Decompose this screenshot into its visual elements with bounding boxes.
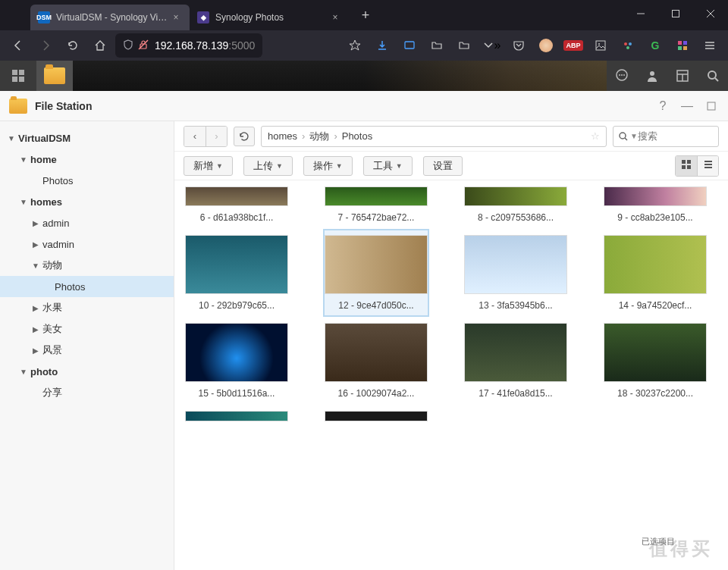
file-grid: 6 - d61a938bc1f...7 - 765472bae72...8 - … (174, 180, 728, 570)
overflow-icon[interactable]: » (481, 35, 502, 56)
list-view-button[interactable] (697, 156, 718, 176)
tree-toggle-icon[interactable]: ▶ (30, 346, 41, 355)
tree-toggle-icon[interactable]: ▶ (30, 219, 41, 227)
grid-view-button[interactable] (676, 156, 697, 176)
maximize-window-button[interactable] (704, 99, 719, 114)
tree-node[interactable]: 分享 (0, 382, 174, 403)
tree-toggle-icon[interactable]: ▶ (30, 240, 41, 249)
home-button[interactable] (88, 33, 112, 58)
main-menu-button[interactable] (0, 61, 36, 91)
file-station-taskbar-button[interactable] (36, 61, 73, 91)
forward-button[interactable] (33, 33, 58, 58)
breadcrumb-part[interactable]: 动物 (309, 130, 329, 143)
tree-root[interactable]: ▼VirtualDSM (0, 127, 174, 149)
browser-tab[interactable]: ◆Synology Photos× (190, 5, 349, 30)
search-box[interactable]: ▼ (613, 126, 719, 147)
breadcrumb[interactable]: homes › 动物 › Photos ☆ (261, 126, 607, 147)
tree-node[interactable]: ▶水果 (0, 297, 174, 318)
file-item[interactable] (323, 405, 429, 434)
menu-icon[interactable] (699, 35, 720, 56)
ext-grid-icon[interactable] (672, 35, 693, 56)
widgets-icon[interactable] (667, 61, 698, 91)
tree-toggle-icon[interactable]: ▶ (30, 325, 41, 334)
breadcrumb-part[interactable]: Photos (342, 130, 372, 142)
file-name: 9 - cc8ab23e105... (604, 212, 707, 223)
ext-avatar-icon[interactable] (535, 35, 557, 56)
user-icon[interactable] (637, 61, 667, 91)
ext-g-icon[interactable]: G (645, 35, 666, 56)
folder2-icon[interactable] (453, 35, 475, 56)
file-item[interactable]: 17 - 41fe0a8d15... (463, 317, 569, 405)
maximize-button[interactable] (658, 0, 693, 27)
tree-toggle-icon[interactable]: ▼ (18, 155, 29, 164)
tree-toggle-icon[interactable]: ▼ (30, 262, 41, 270)
new-button[interactable]: 新增▼ (184, 156, 233, 176)
url-field[interactable]: 192.168.78.139:5000 (115, 33, 262, 58)
search-icon[interactable] (698, 61, 728, 91)
breadcrumb-part[interactable]: homes (268, 130, 297, 142)
tree-node[interactable]: Photos (0, 170, 174, 191)
settings-button[interactable]: 设置 (423, 156, 463, 176)
file-item[interactable]: 14 - 9a74520ecf... (602, 229, 708, 317)
tree-label: homes (30, 196, 62, 208)
action-button[interactable]: 操作▼ (303, 156, 353, 176)
tree-node[interactable]: ▼homes (0, 191, 174, 212)
tree-toggle-icon[interactable]: ▼ (18, 198, 29, 206)
browser-tab[interactable]: DSMVirtualDSM - Synology Virtua× (30, 5, 190, 30)
thumbnail (185, 323, 288, 382)
tree-node[interactable]: ▼photo (0, 361, 174, 382)
chevron-down-icon[interactable]: ▼ (630, 132, 638, 140)
file-item[interactable]: 10 - 292b979c65... (184, 229, 290, 317)
upload-button[interactable]: 上传▼ (243, 156, 293, 176)
file-item[interactable]: 6 - d61a938bc1f... (184, 180, 290, 229)
ext-dots-icon[interactable] (617, 35, 639, 56)
app-title: File Station (35, 100, 92, 112)
file-item[interactable]: 16 - 10029074a2... (323, 317, 429, 405)
file-item[interactable]: 15 - 5b0d11516a... (184, 317, 290, 405)
tree-node[interactable]: ▼home (0, 149, 174, 170)
file-item[interactable]: 18 - 30237c2200... (602, 317, 708, 405)
download-icon[interactable] (372, 35, 393, 56)
svg-rect-33 (708, 102, 715, 110)
url-port: :5000 (228, 39, 255, 52)
file-item[interactable]: 8 - c2097553686... (463, 180, 569, 229)
bookmark-icon[interactable] (344, 35, 366, 56)
nav-back-button[interactable]: ‹ (184, 127, 206, 146)
pocket-icon[interactable] (508, 35, 529, 56)
folder1-icon[interactable] (426, 35, 447, 56)
minimize-button[interactable] (623, 0, 658, 27)
nav-forward-button[interactable]: › (206, 127, 227, 146)
ext-img-icon[interactable] (590, 35, 611, 56)
tree-label: 美女 (42, 322, 62, 336)
tree-toggle-icon[interactable]: ▶ (30, 304, 41, 312)
tree-toggle-icon[interactable]: ▼ (18, 368, 29, 376)
help-button[interactable]: ? (655, 99, 670, 114)
minimize-window-button[interactable]: — (679, 99, 695, 114)
file-item[interactable]: 13 - 3fa53945b6... (463, 229, 569, 317)
tree-node[interactable]: Photos (0, 276, 174, 297)
refresh-button[interactable] (234, 127, 255, 146)
tree-node[interactable]: ▶风景 (0, 340, 174, 361)
back-button[interactable] (6, 33, 30, 58)
tree-node[interactable]: ▶vadmin (0, 233, 174, 255)
screen-icon[interactable] (399, 35, 420, 56)
file-item[interactable] (184, 405, 290, 434)
tree-node[interactable]: ▼动物 (0, 255, 174, 276)
thumbnail (604, 323, 707, 382)
new-tab-button[interactable]: + (355, 5, 376, 26)
tools-button[interactable]: 工具▼ (363, 156, 413, 176)
file-item[interactable]: 7 - 765472bae72... (323, 180, 429, 229)
search-input[interactable] (638, 130, 714, 142)
chat-icon[interactable] (607, 61, 637, 91)
close-icon[interactable]: × (329, 11, 341, 23)
tree-node[interactable]: ▶美女 (0, 318, 174, 340)
file-name: 10 - 292b979c65... (185, 300, 288, 311)
close-icon[interactable]: × (170, 11, 182, 23)
star-icon[interactable]: ☆ (591, 130, 600, 142)
file-item[interactable]: 9 - cc8ab23e105... (602, 180, 708, 229)
file-item[interactable]: 12 - 9ce47d050c... (323, 229, 429, 317)
abp-icon[interactable]: ABP (563, 35, 584, 56)
reload-button[interactable] (61, 33, 85, 58)
close-button[interactable] (693, 0, 728, 27)
tree-node[interactable]: ▶admin (0, 212, 174, 233)
